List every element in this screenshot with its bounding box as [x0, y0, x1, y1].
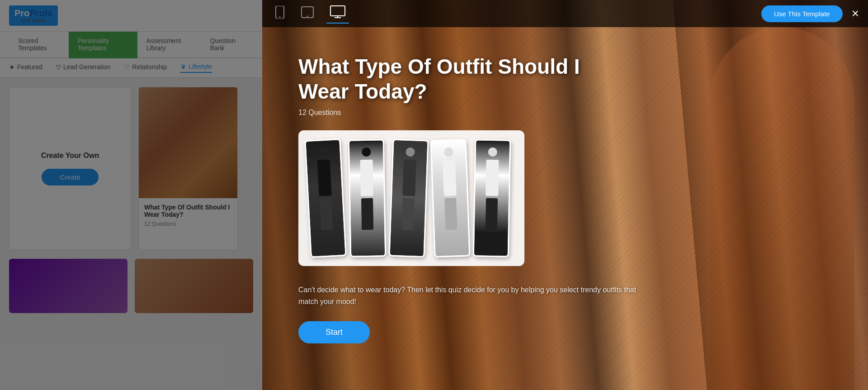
svg-point-3	[307, 16, 308, 17]
outfit-images-container	[298, 130, 524, 266]
modal-topbar: Use This Template ×	[262, 0, 868, 27]
device-icons	[271, 4, 349, 24]
outfit-image-1	[304, 138, 346, 258]
use-template-button[interactable]: Use This Template	[761, 5, 843, 22]
modal-actions: Use This Template ×	[761, 5, 859, 22]
modal-content: What Type Of Outfit Should I Wear Today?…	[262, 27, 868, 390]
svg-rect-4	[330, 6, 345, 16]
outfit-image-2	[348, 139, 387, 257]
outfit-image-3	[388, 139, 429, 258]
tablet-icon[interactable]	[297, 4, 317, 23]
modal-title: What Type Of Outfit Should I Wear Today?	[298, 54, 615, 104]
outfit-image-5	[473, 139, 511, 257]
modal-questions-label: 12 Questions	[298, 109, 832, 117]
mobile-icon[interactable]	[271, 4, 288, 23]
close-button[interactable]: ×	[852, 7, 859, 20]
modal-description: Can't decide what to wear today? Then le…	[298, 284, 637, 307]
outfit-image-4	[430, 139, 470, 258]
modal-preview: Use This Template × What Type Of Outfit …	[262, 0, 868, 390]
svg-point-1	[279, 16, 281, 18]
start-button[interactable]: Start	[298, 321, 370, 343]
desktop-icon[interactable]	[326, 4, 349, 24]
